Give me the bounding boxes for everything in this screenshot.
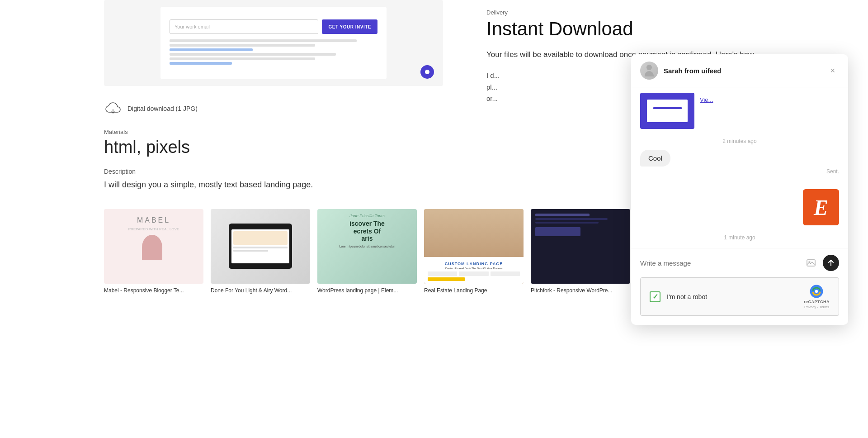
chat-input-area [631,248,848,277]
materials-value: html, pixels [104,138,443,157]
chat-message-input[interactable] [640,259,799,267]
recaptcha-checkbox[interactable]: ✓ [650,291,660,302]
product-card[interactable]: Done For You Light & Airy Word... [211,209,310,295]
preview-email-input: Your work email [170,19,318,34]
chat-header: Sarah from uifeed × [631,54,848,87]
svg-point-3 [815,290,818,293]
preview-badge [420,65,434,79]
message-sent-label: Sent. [640,168,839,175]
cloud-download-icon [104,100,122,118]
delivery-title: Instant Download [486,19,848,39]
send-message-button[interactable] [823,255,839,271]
recaptcha-brand: reCAPTCHA [804,300,830,304]
product-card[interactable]: Pitchfork - Responsive WordPre... [531,209,630,295]
materials-section: Materials html, pixels [104,129,443,157]
digital-download-row: Digital download (1 JPG) [104,100,443,118]
close-icon[interactable]: × [826,64,839,77]
chat-thumbnail-area: Vie... [631,87,848,134]
chat-timestamp-1: 2 minutes ago [631,134,848,150]
delivery-label: Delivery [486,9,848,16]
etsy-logo-block: E [631,189,848,233]
chat-messages: Cool Sent. [631,150,848,189]
materials-label: Materials [104,129,443,135]
chat-timestamp-2: 1 minute ago [631,233,848,248]
chat-view-link[interactable]: Vie... [700,95,713,103]
chat-sender-name: Sarah from uifeed [664,67,722,75]
etsy-logo-icon: E [803,189,839,225]
product-card[interactable]: Jone Priscilla Tours iscover Theecrets O… [317,209,417,295]
message-bubble-received: Cool [640,150,839,167]
recaptcha-label: I'm not a robot [667,293,707,300]
recaptcha-tagline: Privacy - Terms [804,305,829,309]
description-label: Description [104,168,443,175]
description-text: I will design you a simple, mostly text … [104,179,443,191]
product-card[interactable]: CUSTOM LANDING PAGE Contact Us And Book … [424,209,524,295]
recaptcha-widget[interactable]: ✓ I'm not a robot reCAPTCHA Priva [640,277,839,316]
product-card[interactable]: MABEL PREPARED WITH REAL LOVE Mabel - Re… [104,209,203,295]
digital-download-label: Digital download (1 JPG) [127,105,198,112]
preview-invite-button: GET YOUR INVITE [322,19,377,34]
product-preview: Your work email GET YOUR INVITE [104,0,443,86]
avatar [640,62,658,80]
description-section: Description I will design you a simple, … [104,168,443,191]
chat-popup: Sarah from uifeed × [631,54,848,325]
chat-thumbnail [640,93,694,129]
chat-image-icon[interactable] [804,256,818,270]
product-grid: MABEL PREPARED WITH REAL LOVE Mabel - Re… [104,209,443,304]
recaptcha-logo-icon [809,284,824,299]
